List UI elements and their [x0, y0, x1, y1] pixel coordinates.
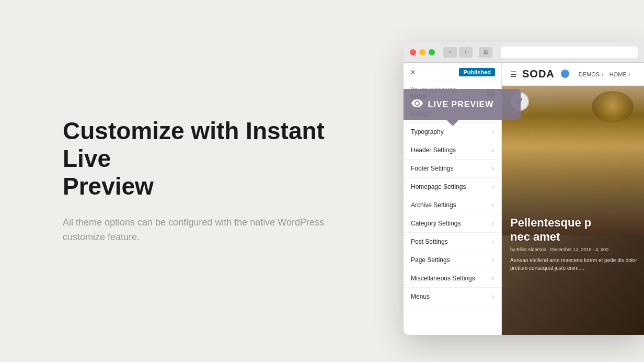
browser-window: ‹ › ⊞ ✕ Published You are customizing So…	[404, 42, 644, 335]
heading-line2: Preview	[63, 173, 154, 200]
hero-background: V VULPUTATE Pellentesque p nec amet by E…	[502, 86, 644, 335]
address-bar[interactable]	[501, 47, 638, 58]
hero-excerpt: Aenean eleifend ante maecena lorem et pe…	[510, 256, 640, 272]
menu-item-label: Typography	[411, 128, 444, 135]
traffic-light-red[interactable]	[410, 49, 416, 55]
nav-buttons: ‹ ›	[443, 47, 473, 58]
menu-item-label: Category Settings	[411, 220, 461, 227]
traffic-lights	[410, 49, 435, 55]
heading-line1: Customize with Instant Live	[63, 117, 325, 172]
menu-item-category-settings[interactable]: Category Settings ›	[404, 214, 501, 233]
live-preview-label: LIVE PREVIEW	[428, 100, 494, 109]
chevron-icon: ›	[492, 220, 494, 227]
chevron-icon: ›	[492, 238, 494, 245]
chevron-icon: ›	[492, 275, 494, 282]
customizer-close-button[interactable]: ✕	[410, 68, 416, 76]
customizer-menu: Design › Typography › Header Settings › …	[404, 105, 501, 306]
chevron-icon: ›	[492, 128, 494, 135]
food-detail	[592, 91, 634, 122]
hero-area: V VULPUTATE Pellentesque p nec amet by E…	[502, 86, 644, 335]
live-preview-overlay: LIVE PREVIEW	[404, 89, 521, 120]
sub-text: All theme options can be configured with…	[63, 215, 335, 245]
chevron-icon: ›	[492, 183, 494, 190]
menu-item-homepage-settings[interactable]: Homepage Settings ›	[404, 178, 501, 196]
published-badge: Published	[459, 68, 495, 76]
chevron-icon: ›	[492, 201, 494, 209]
menu-item-archive-settings[interactable]: Archive Settings ›	[404, 196, 501, 214]
menu-item-menus[interactable]: Menus ›	[404, 288, 501, 306]
site-logo: SODA	[522, 68, 555, 80]
chevron-icon: ›	[492, 146, 494, 154]
nav-link-home[interactable]: HOME ›	[610, 71, 630, 77]
tab-view-icon[interactable]: ⊞	[479, 47, 492, 58]
hero-title-line1: Pellentesque p	[510, 216, 591, 229]
menu-item-label: Header Settings	[411, 146, 456, 154]
browser-body: ✕ Published You are customizing Soda ? D…	[404, 63, 644, 335]
nav-forward-button[interactable]: ›	[459, 47, 473, 58]
menu-item-label: Footer Settings	[411, 165, 453, 172]
menu-item-label: Miscellaneous Settings	[411, 275, 475, 282]
menu-item-label: Archive Settings	[411, 201, 456, 209]
menu-item-label: Page Settings	[411, 256, 450, 264]
menu-item-post-settings[interactable]: Post Settings ›	[404, 233, 501, 251]
customizer-header: ✕ Published	[404, 63, 501, 82]
site-logo-pencil-icon	[561, 70, 569, 78]
menu-item-label: Post Settings	[411, 238, 448, 245]
menu-item-page-settings[interactable]: Page Settings ›	[404, 251, 501, 269]
site-navbar: ☰ SODA DEMOS › HOME ›	[502, 63, 644, 86]
hero-meta: by Elliot Alderson · December 11, 2018 ·…	[510, 247, 640, 252]
site-nav-links: DEMOS › HOME ›	[579, 71, 630, 77]
hero-overlay-text: Pellentesque p nec amet by Elliot Alders…	[510, 216, 640, 272]
website-preview-panel: ☰ SODA DEMOS › HOME › V VULPUTATE	[502, 63, 644, 335]
chevron-icon: ›	[492, 165, 494, 172]
nav-link-demos[interactable]: DEMOS ›	[579, 71, 603, 77]
menu-item-header-settings[interactable]: Header Settings ›	[404, 141, 501, 160]
menu-item-label: Menus	[411, 293, 430, 300]
hero-title-line2: nec amet	[510, 230, 560, 243]
hamburger-icon[interactable]: ☰	[510, 70, 517, 78]
eye-icon	[411, 98, 423, 110]
menu-item-footer-settings[interactable]: Footer Settings ›	[404, 160, 501, 178]
traffic-light-green[interactable]	[429, 49, 435, 55]
chevron-icon: ›	[492, 293, 494, 300]
main-heading: Customize with Instant Live Preview	[63, 117, 335, 200]
nav-back-button[interactable]: ‹	[443, 47, 457, 58]
menu-item-miscellaneous-settings[interactable]: Miscellaneous Settings ›	[404, 269, 501, 288]
left-content-section: Customize with Instant Live Preview All …	[63, 117, 335, 245]
traffic-light-yellow[interactable]	[419, 49, 426, 55]
chevron-icon: ›	[492, 256, 494, 264]
browser-chrome: ‹ › ⊞	[404, 42, 644, 63]
hero-title: Pellentesque p nec amet	[510, 216, 640, 244]
customizer-panel: ✕ Published You are customizing Soda ? D…	[404, 63, 502, 335]
author-name: VULPUTATE	[532, 96, 560, 101]
menu-item-label: Homepage Settings	[411, 183, 466, 190]
